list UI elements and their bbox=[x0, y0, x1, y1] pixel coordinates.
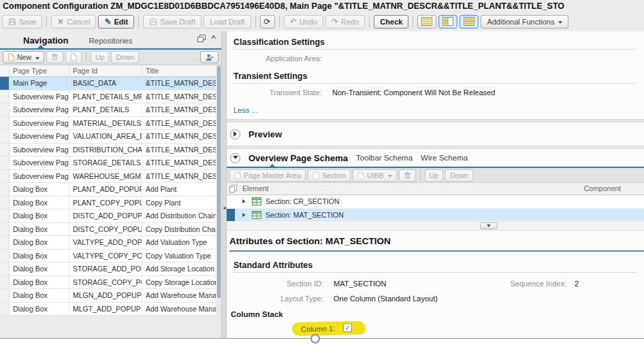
restore-window-icon[interactable] bbox=[197, 35, 206, 42]
table-row[interactable]: Suboverview Page PLANT_DETAILS_MRP &TITL… bbox=[0, 90, 216, 104]
additional-functions-button[interactable]: Additional Functions bbox=[481, 15, 568, 29]
schema-toolbar: Page Master Area Section UIBB Up Down bbox=[227, 168, 644, 183]
navigation-panel: Navigation Repositories ^ New bbox=[0, 31, 221, 338]
expand-preview-button[interactable] bbox=[230, 129, 240, 139]
table-row[interactable]: Dialog Box DISTC_ADD_POPUP Add Distribut… bbox=[0, 209, 216, 223]
expand-right-icon[interactable] bbox=[242, 213, 248, 217]
cell-title: Add Plant bbox=[142, 183, 216, 196]
column-header-page-type[interactable]: Page Type bbox=[10, 65, 69, 76]
row-selector[interactable] bbox=[0, 263, 10, 275]
page-title: Component Configuration ZM_MDGC1E8D01D6B… bbox=[0, 0, 644, 13]
element-down-button[interactable]: Down bbox=[445, 169, 473, 182]
load-draft-button[interactable]: Load Draft bbox=[204, 15, 251, 29]
component-column-header[interactable]: Component bbox=[584, 184, 621, 192]
resize-handle[interactable] bbox=[310, 334, 320, 343]
row-selector[interactable] bbox=[0, 130, 10, 143]
tab-wire-schema[interactable]: Wire Schema bbox=[421, 154, 468, 162]
column1-checkbox[interactable]: ✓ bbox=[343, 323, 352, 332]
cancel-button[interactable]: ✕ Cancel bbox=[51, 15, 96, 29]
row-selector[interactable] bbox=[0, 144, 10, 156]
cell-title: &TITLE_MATNR_DES... bbox=[142, 103, 216, 116]
new-button[interactable]: New bbox=[3, 51, 44, 63]
row-selector[interactable] bbox=[0, 183, 10, 196]
collapse-schema-button[interactable] bbox=[230, 153, 240, 163]
row-selector[interactable] bbox=[0, 117, 10, 130]
column-header-title[interactable]: Title bbox=[142, 65, 216, 76]
row-selector[interactable] bbox=[0, 77, 10, 90]
row-selector[interactable] bbox=[0, 276, 10, 289]
row-selector[interactable] bbox=[0, 250, 10, 263]
personalize-button[interactable] bbox=[200, 51, 219, 63]
element-up-button[interactable]: Up bbox=[425, 169, 443, 182]
row-selector[interactable] bbox=[0, 236, 10, 249]
undo-button[interactable]: ↶ Undo bbox=[284, 15, 323, 29]
row-selector[interactable] bbox=[0, 303, 10, 316]
delete-button[interactable] bbox=[46, 51, 63, 63]
table-row[interactable]: Dialog Box STORAGE_ADD_POP... Add Storag… bbox=[0, 263, 216, 276]
table-row[interactable]: Dialog Box STORAGE_COPY_PO... Copy Stora… bbox=[0, 276, 216, 290]
table-row[interactable]: Dialog Box PLANT_ADD_POPUP Add Plant bbox=[0, 183, 216, 197]
element-column-header[interactable]: Element bbox=[242, 184, 269, 192]
cell-page-type: Dialog Box bbox=[10, 250, 69, 263]
row-selector[interactable] bbox=[0, 156, 10, 169]
less-link[interactable]: Less ... bbox=[234, 106, 257, 114]
table-row[interactable]: Suboverview Page PLANT_DETAILS &TITLE_MA… bbox=[0, 103, 216, 117]
table-row[interactable]: Suboverview Page STORAGE_DETAILS &TITLE_… bbox=[0, 156, 216, 170]
table-row[interactable]: Main Page BASIC_DATA &TITLE_MATNR_DES... bbox=[0, 77, 216, 90]
save-button[interactable]: Save bbox=[2, 15, 42, 29]
uibb-button[interactable]: UIBB bbox=[353, 169, 397, 182]
table-row[interactable]: Suboverview Page MATERIAL_DETAILS &TITLE… bbox=[0, 117, 216, 131]
row-selector[interactable] bbox=[0, 197, 10, 209]
row-selector[interactable] bbox=[0, 209, 10, 222]
table-row[interactable]: Dialog Box DISTC_COPY_POPUP Copy Distrib… bbox=[0, 223, 216, 237]
row-selector[interactable] bbox=[0, 90, 10, 103]
row-selector[interactable] bbox=[0, 289, 10, 302]
down-button[interactable]: Down bbox=[111, 51, 139, 63]
layout-vertical-split-button[interactable] bbox=[438, 15, 457, 29]
table-scrollbar[interactable] bbox=[216, 65, 221, 318]
row-selector[interactable] bbox=[0, 103, 10, 116]
layout-form-view-button[interactable] bbox=[417, 15, 436, 29]
edit-button[interactable]: ✎ Edit bbox=[98, 15, 134, 29]
page-master-area-button[interactable]: Page Master Area bbox=[229, 169, 306, 182]
table-row[interactable]: Suboverview Page WAREHOUSE_MGMT &TITLE_M… bbox=[0, 170, 216, 184]
scrollbar-thumb[interactable] bbox=[217, 66, 221, 298]
expand-right-icon[interactable] bbox=[242, 199, 248, 203]
table-row[interactable]: Suboverview Page VALUATION_AREA_D... &TI… bbox=[0, 130, 216, 144]
up-button[interactable]: Up bbox=[91, 51, 109, 63]
cell-page-id: STORAGE_DETAILS bbox=[69, 156, 142, 169]
table-row[interactable]: Dialog Box PLANT_COPY_POPUP Copy Plant bbox=[0, 197, 216, 210]
section-button[interactable]: Section bbox=[308, 169, 351, 182]
vertical-splitter[interactable]: ◄ bbox=[221, 31, 227, 338]
tab-overview-page-schema[interactable]: Overview Page Schema bbox=[248, 153, 348, 163]
toolbar-separator bbox=[413, 16, 413, 28]
table-row[interactable]: Dialog Box MLGT_ADD_POPUP Add Warehouse … bbox=[0, 303, 216, 316]
tab-toolbar-schema[interactable]: Toolbar Schema bbox=[356, 154, 413, 162]
window-resize-line bbox=[0, 338, 644, 339]
collapse-left-icon[interactable]: ◄ bbox=[222, 200, 227, 215]
copy-button[interactable] bbox=[65, 51, 82, 63]
tree-row[interactable]: Section: CR_SECTION bbox=[227, 195, 644, 209]
column-header-page-id[interactable]: Page Id bbox=[69, 65, 142, 76]
check-button[interactable]: Check bbox=[374, 15, 408, 29]
refresh-button[interactable]: ⟳ bbox=[260, 15, 275, 29]
layout-horizontal-split-button[interactable] bbox=[460, 15, 479, 29]
tree-row[interactable]: Section: MAT_SECTION bbox=[227, 209, 644, 222]
cell-page-type: Suboverview Page bbox=[10, 156, 69, 169]
table-row[interactable]: Dialog Box VALTYPE_COPY_PO... Copy Valua… bbox=[0, 250, 216, 263]
table-row[interactable]: Suboverview Page DISTRIBUTION_CHAI... &T… bbox=[0, 144, 216, 157]
splitter-grab-button[interactable] bbox=[480, 222, 498, 229]
table-row[interactable]: Dialog Box MLGN_ADD_POPUP Add Warehouse … bbox=[0, 289, 216, 303]
left-tab-strip: Navigation Repositories ^ bbox=[0, 31, 221, 50]
table-row[interactable]: Dialog Box VALTYPE_ADD_POPUP Add Valuati… bbox=[0, 236, 216, 250]
vertical-split-icon bbox=[442, 17, 453, 26]
row-selector[interactable] bbox=[0, 170, 10, 183]
tab-repositories[interactable]: Repositories bbox=[88, 37, 132, 45]
row-selector[interactable] bbox=[0, 223, 10, 236]
redo-button[interactable]: ↷ Redo bbox=[325, 15, 365, 29]
navigation-toolbar: New Up Down bbox=[0, 50, 221, 65]
save-draft-button[interactable]: Save Draft bbox=[143, 15, 202, 29]
collapse-panel-icon[interactable]: ^ bbox=[212, 35, 216, 42]
delete-element-button[interactable] bbox=[399, 169, 416, 182]
tab-navigation[interactable]: Navigation bbox=[23, 35, 68, 46]
